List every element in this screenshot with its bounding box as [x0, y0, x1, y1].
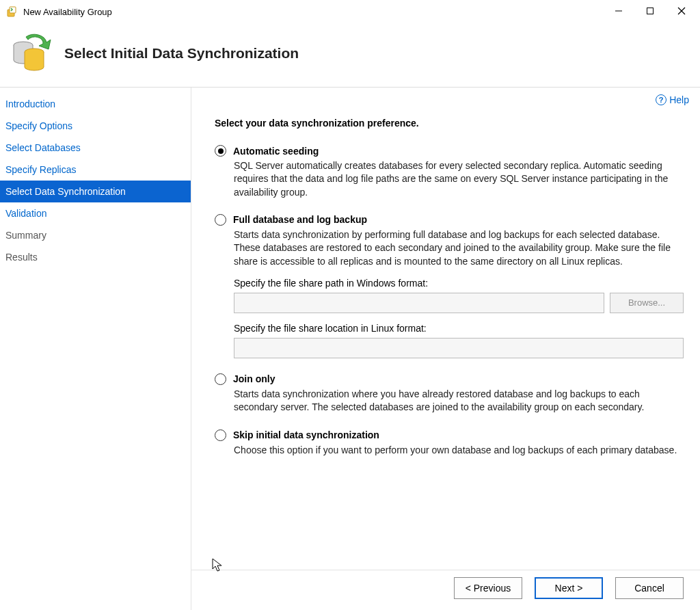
help-icon: ?	[656, 94, 667, 105]
nav-summary[interactable]: Summary	[0, 224, 191, 246]
option-desc-skip: Choose this option if you want to perfor…	[234, 444, 684, 457]
next-button[interactable]: Next >	[535, 577, 603, 599]
browse-button[interactable]: Browse...	[610, 293, 684, 313]
option-title-full: Full database and log backup	[233, 214, 367, 225]
svg-rect-1	[10, 7, 16, 13]
app-icon	[7, 6, 18, 17]
radio-join-only[interactable]	[215, 373, 226, 385]
nav-specify-options[interactable]: Specify Options	[0, 115, 191, 137]
wizard-steps-nav: Introduction Specify Options Select Data…	[0, 88, 191, 610]
option-title-skip: Skip initial data synchronization	[233, 429, 379, 440]
nav-validation[interactable]: Validation	[0, 202, 191, 224]
close-button[interactable]	[666, 0, 697, 22]
option-title-auto: Automatic seeding	[233, 146, 319, 157]
option-desc-join: Starts data synchronization where you ha…	[234, 388, 684, 414]
label-linux-path: Specify the file share location in Linux…	[234, 323, 684, 334]
help-label: Help	[669, 94, 689, 105]
instruction-text: Select your data synchronization prefere…	[215, 118, 684, 129]
option-title-join: Join only	[233, 373, 275, 384]
nav-results[interactable]: Results	[0, 246, 191, 268]
database-refresh-icon	[10, 31, 52, 75]
cancel-button[interactable]: Cancel	[615, 577, 684, 599]
help-link[interactable]: ? Help	[656, 94, 689, 105]
nav-introduction[interactable]: Introduction	[0, 93, 191, 115]
previous-button[interactable]: < Previous	[454, 577, 522, 599]
radio-full-backup[interactable]	[215, 214, 226, 226]
minimize-button[interactable]	[603, 0, 634, 22]
nav-specify-replicas[interactable]: Specify Replicas	[0, 159, 191, 181]
svg-rect-3	[647, 8, 654, 14]
page-title: Select Initial Data Synchronization	[64, 45, 299, 62]
radio-automatic-seeding[interactable]	[215, 145, 226, 157]
nav-select-data-sync[interactable]: Select Data Synchronization	[0, 181, 191, 202]
window-title: New Availability Group	[23, 7, 603, 17]
option-desc-full: Starts data synchronization by performin…	[234, 228, 684, 268]
nav-select-databases[interactable]: Select Databases	[0, 137, 191, 159]
maximize-button[interactable]	[634, 0, 666, 22]
label-win-path: Specify the file share path in Windows f…	[234, 278, 684, 289]
input-windows-share-path[interactable]	[234, 293, 604, 313]
option-desc-auto: SQL Server automatically creates databas…	[234, 159, 684, 199]
radio-skip-sync[interactable]	[215, 429, 226, 441]
input-linux-share-path[interactable]	[234, 338, 684, 358]
